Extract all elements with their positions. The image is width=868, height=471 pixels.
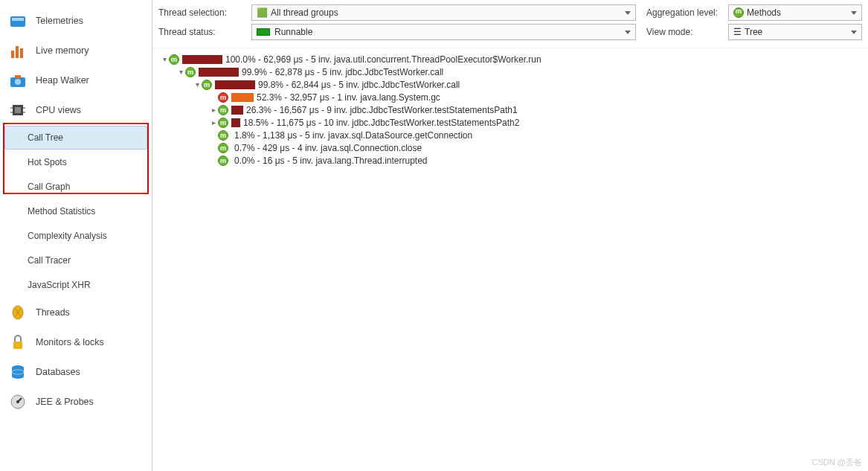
- percent-bar: [231, 118, 240, 127]
- aggregation-label: Aggregation level:: [646, 7, 728, 18]
- method-icon: m: [218, 156, 228, 166]
- main-panel: Thread selection: 🟩 All thread groups Ag…: [152, 0, 868, 471]
- tree-row[interactable]: ▾m100.0% - 62,969 μs - 5 inv. java.util.…: [155, 53, 865, 65]
- sidebar-item-jee-probes[interactable]: JEE & Probes: [0, 387, 152, 417]
- method-icon: [733, 7, 744, 18]
- view-mode-label: View mode:: [646, 27, 728, 37]
- sub-item-call-graph[interactable]: Call Graph: [4, 175, 147, 199]
- nav-label: Live memory: [36, 45, 89, 56]
- svg-rect-9: [15, 107, 21, 113]
- threads-icon: [9, 304, 27, 321]
- sidebar-item-databases[interactable]: Databases: [0, 357, 152, 387]
- tree-row[interactable]: ▸m18.5% - 11,675 μs - 10 inv. jdbc.JdbcT…: [155, 116, 865, 129]
- tree-row-text: 100.0% - 62,969 μs - 5 inv. java.util.co…: [225, 54, 541, 65]
- sidebar-item-telemetries[interactable]: Telemetries: [0, 6, 152, 36]
- aggregation-value: Methods: [747, 7, 781, 18]
- nav-label: CPU views: [36, 105, 81, 115]
- tree-row[interactable]: m1.8% - 1,138 μs - 5 inv. javax.sql.Data…: [155, 129, 865, 141]
- percent-bar: [215, 80, 255, 89]
- view-mode-value: Tree: [745, 27, 762, 37]
- aggregation-select[interactable]: Methods: [728, 4, 862, 21]
- sidebar-item-cpu-views[interactable]: CPU views: [0, 95, 152, 125]
- svg-rect-3: [16, 46, 19, 58]
- tree-row[interactable]: ▾m99.9% - 62,878 μs - 5 inv. jdbc.JdbcTe…: [155, 65, 865, 78]
- percent-bar: [199, 68, 239, 77]
- method-icon: m: [218, 118, 228, 128]
- gauge-icon: [9, 393, 27, 411]
- thread-selection-select[interactable]: 🟩 All thread groups: [251, 4, 636, 21]
- tree-row-text: 0.0% - 16 μs - 5 inv. java.lang.Thread.i…: [234, 156, 428, 166]
- nav-label: Heap Walker: [36, 75, 89, 86]
- nav-label: Monitors & locks: [36, 337, 104, 347]
- method-icon: m: [218, 105, 228, 115]
- sub-item-javascript-xhr[interactable]: JavaScript XHR: [4, 273, 147, 297]
- tree-row-text: 0.7% - 429 μs - 4 inv. java.sql.Connecti…: [234, 143, 422, 153]
- tree-row-text: 99.9% - 62,878 μs - 5 inv. jdbc.JdbcTest…: [242, 67, 443, 77]
- watermark: CSDN @丢爸: [812, 457, 862, 468]
- expander-icon[interactable]: ▸: [209, 118, 218, 126]
- method-icon: m: [169, 54, 179, 65]
- svg-point-18: [12, 374, 24, 379]
- sub-item-hot-spots[interactable]: Hot Spots: [4, 150, 147, 174]
- thread-selection-value: All thread groups: [271, 7, 338, 18]
- sub-item-call-tree[interactable]: Call Tree: [4, 126, 147, 150]
- thread-status-select[interactable]: Runnable: [251, 24, 636, 40]
- thread-status-label: Thread status:: [158, 27, 251, 37]
- svg-point-6: [15, 79, 21, 85]
- tree-row[interactable]: m52.3% - 32,957 μs - 1 inv. java.lang.Sy…: [155, 91, 865, 103]
- nav-label: JEE & Probes: [36, 397, 94, 407]
- thread-group-icon: 🟩: [257, 7, 268, 18]
- sidebar-item-monitors-locks[interactable]: Monitors & locks: [0, 327, 152, 357]
- runnable-icon: [257, 28, 270, 36]
- tree-row-text: 18.5% - 11,675 μs - 10 inv. jdbc.JdbcTes…: [243, 118, 519, 128]
- expander-icon[interactable]: ▸: [209, 106, 218, 114]
- percent-bar: [231, 106, 243, 115]
- expander-icon[interactable]: ▾: [160, 55, 169, 63]
- sidebar-item-threads[interactable]: Threads: [0, 298, 152, 327]
- database-icon: [9, 363, 27, 381]
- sub-item-method-statistics[interactable]: Method Statistics: [4, 199, 147, 223]
- thread-status-value: Runnable: [274, 27, 312, 37]
- nav-label: Databases: [36, 367, 80, 377]
- sub-item-complexity-analysis[interactable]: Complexity Analysis: [4, 224, 147, 248]
- tree-row[interactable]: m0.0% - 16 μs - 5 inv. java.lang.Thread.…: [155, 154, 865, 167]
- tree-row[interactable]: m0.7% - 429 μs - 4 inv. java.sql.Connect…: [155, 141, 865, 154]
- nav-label: Telemetries: [36, 16, 83, 26]
- tree-row-text: 52.3% - 32,957 μs - 1 inv. java.lang.Sys…: [257, 92, 440, 103]
- cpu-icon: [9, 101, 27, 119]
- method-icon: m: [218, 143, 228, 153]
- svg-rect-15: [13, 342, 22, 349]
- sidebar-item-heap-walker[interactable]: Heap Walker: [0, 65, 152, 95]
- tree-icon: ☰: [733, 27, 742, 37]
- percent-bar: [231, 93, 254, 102]
- tree-row[interactable]: ▾m99.8% - 62,844 μs - 5 inv. jdbc.JdbcTe…: [155, 78, 865, 91]
- method-icon: m: [185, 67, 196, 77]
- sidebar: Telemetries Live memory Heap Walker CPU …: [0, 0, 152, 471]
- filters-bar: Thread selection: 🟩 All thread groups Ag…: [152, 0, 868, 48]
- tree-row-text: 26.3% - 16,567 μs - 9 inv. jdbc.JdbcTest…: [246, 105, 518, 115]
- percent-bar: [182, 55, 222, 64]
- method-icon: m: [218, 130, 228, 141]
- call-tree[interactable]: ▾m100.0% - 62,969 μs - 5 inv. java.util.…: [152, 48, 868, 471]
- tree-row-text: 1.8% - 1,138 μs - 5 inv. javax.sql.DataS…: [234, 130, 472, 141]
- svg-rect-4: [20, 48, 23, 58]
- svg-rect-1: [12, 18, 24, 21]
- camera-icon: [9, 71, 27, 89]
- svg-point-21: [16, 400, 19, 403]
- lock-icon: [9, 333, 27, 351]
- sub-item-call-tracer[interactable]: Call Tracer: [4, 249, 147, 272]
- telemetries-icon: [9, 12, 27, 30]
- bars-icon: [9, 42, 27, 60]
- svg-rect-2: [11, 51, 14, 58]
- nav-label: Threads: [36, 307, 70, 318]
- sidebar-item-live-memory[interactable]: Live memory: [0, 36, 152, 65]
- tree-row[interactable]: ▸m26.3% - 16,567 μs - 9 inv. jdbc.JdbcTe…: [155, 103, 865, 116]
- thread-selection-label: Thread selection:: [158, 7, 251, 18]
- expander-icon[interactable]: ▾: [193, 80, 202, 89]
- method-icon: m: [218, 92, 228, 103]
- tree-row-text: 99.8% - 62,844 μs - 5 inv. jdbc.JdbcTest…: [258, 80, 460, 90]
- expander-icon[interactable]: ▾: [176, 68, 185, 76]
- svg-rect-7: [15, 75, 21, 78]
- view-mode-select[interactable]: ☰ Tree: [728, 24, 862, 40]
- method-icon: m: [202, 80, 212, 90]
